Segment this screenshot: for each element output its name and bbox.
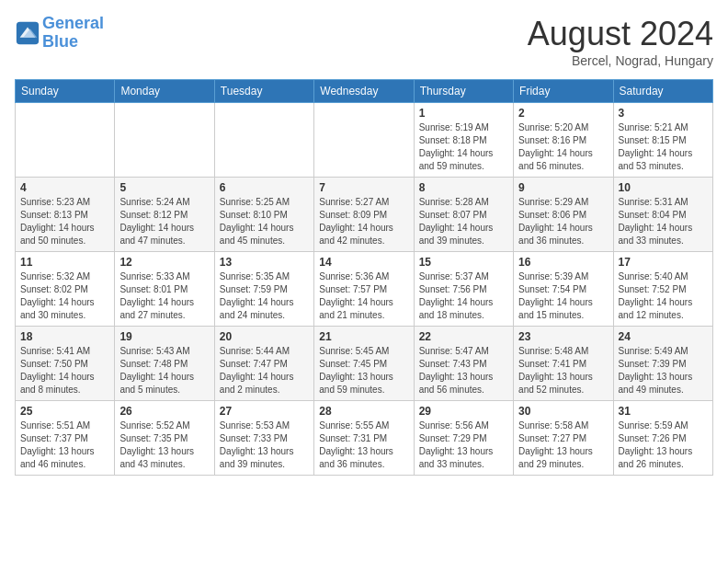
day-number: 20 (220, 330, 309, 343)
weekday-header-thursday: Thursday (414, 80, 513, 103)
calendar-cell: 16Sunrise: 5:39 AM Sunset: 7:54 PM Dayli… (514, 252, 613, 327)
weekday-row: SundayMondayTuesdayWednesdayThursdayFrid… (16, 80, 713, 103)
title-block: August 2024 Bercel, Nograd, Hungary (528, 15, 713, 68)
day-info: Sunrise: 5:20 AM Sunset: 8:16 PM Dayligh… (518, 121, 608, 173)
day-number: 9 (518, 181, 608, 194)
calendar-week-4: 18Sunrise: 5:41 AM Sunset: 7:50 PM Dayli… (16, 327, 713, 401)
day-info: Sunrise: 5:21 AM Sunset: 8:15 PM Dayligh… (619, 121, 708, 173)
location-subtitle: Bercel, Nograd, Hungary (528, 53, 713, 68)
calendar-cell: 30Sunrise: 5:58 AM Sunset: 7:27 PM Dayli… (514, 401, 613, 476)
day-info: Sunrise: 5:37 AM Sunset: 7:56 PM Dayligh… (419, 270, 508, 322)
calendar-cell: 11Sunrise: 5:32 AM Sunset: 8:02 PM Dayli… (16, 252, 115, 327)
day-info: Sunrise: 5:47 AM Sunset: 7:43 PM Dayligh… (419, 345, 508, 396)
day-info: Sunrise: 5:39 AM Sunset: 7:54 PM Dayligh… (518, 270, 608, 322)
day-number: 14 (319, 256, 408, 269)
calendar-cell: 28Sunrise: 5:55 AM Sunset: 7:31 PM Dayli… (314, 401, 414, 476)
day-number: 1 (419, 107, 508, 120)
logo: General Blue (15, 15, 104, 52)
calendar-cell: 17Sunrise: 5:40 AM Sunset: 7:52 PM Dayli… (613, 252, 712, 327)
day-info: Sunrise: 5:43 AM Sunset: 7:48 PM Dayligh… (119, 345, 209, 396)
day-number: 31 (619, 405, 708, 418)
day-number: 13 (220, 256, 309, 269)
calendar-cell: 1Sunrise: 5:19 AM Sunset: 8:18 PM Daylig… (414, 103, 513, 178)
day-number: 21 (319, 330, 408, 343)
day-number: 30 (518, 405, 608, 418)
calendar-cell (214, 103, 313, 178)
calendar-cell: 9Sunrise: 5:29 AM Sunset: 8:06 PM Daylig… (514, 178, 613, 252)
calendar-cell: 3Sunrise: 5:21 AM Sunset: 8:15 PM Daylig… (613, 103, 712, 178)
day-number: 29 (419, 405, 508, 418)
calendar-cell: 4Sunrise: 5:23 AM Sunset: 8:13 PM Daylig… (16, 178, 115, 252)
calendar-cell: 29Sunrise: 5:56 AM Sunset: 7:29 PM Dayli… (414, 401, 513, 476)
calendar-week-1: 1Sunrise: 5:19 AM Sunset: 8:18 PM Daylig… (16, 103, 713, 178)
day-number: 16 (518, 256, 608, 269)
page-header: General Blue August 2024 Bercel, Nograd,… (15, 15, 713, 68)
calendar-cell: 15Sunrise: 5:37 AM Sunset: 7:56 PM Dayli… (414, 252, 513, 327)
calendar-cell (115, 103, 214, 178)
day-info: Sunrise: 5:24 AM Sunset: 8:12 PM Dayligh… (119, 196, 209, 247)
day-info: Sunrise: 5:44 AM Sunset: 7:47 PM Dayligh… (220, 345, 309, 396)
day-number: 17 (619, 256, 708, 269)
calendar-cell: 5Sunrise: 5:24 AM Sunset: 8:12 PM Daylig… (115, 178, 214, 252)
day-number: 26 (119, 405, 209, 418)
day-number: 11 (20, 256, 109, 269)
weekday-header-monday: Monday (115, 80, 214, 103)
calendar-cell: 14Sunrise: 5:36 AM Sunset: 7:57 PM Dayli… (314, 252, 414, 327)
logo-icon (15, 20, 40, 46)
weekday-header-friday: Friday (514, 80, 613, 103)
calendar-table: SundayMondayTuesdayWednesdayThursdayFrid… (15, 79, 713, 476)
calendar-cell (314, 103, 414, 178)
calendar-cell: 27Sunrise: 5:53 AM Sunset: 7:33 PM Dayli… (214, 401, 313, 476)
day-info: Sunrise: 5:36 AM Sunset: 7:57 PM Dayligh… (319, 270, 408, 322)
day-info: Sunrise: 5:32 AM Sunset: 8:02 PM Dayligh… (20, 270, 109, 322)
weekday-header-tuesday: Tuesday (214, 80, 313, 103)
logo-line1: General (42, 14, 104, 32)
day-info: Sunrise: 5:59 AM Sunset: 7:26 PM Dayligh… (619, 419, 708, 471)
day-number: 18 (20, 330, 109, 343)
day-number: 8 (419, 181, 508, 194)
day-info: Sunrise: 5:52 AM Sunset: 7:35 PM Dayligh… (119, 419, 209, 471)
day-number: 6 (220, 181, 309, 194)
calendar-cell: 12Sunrise: 5:33 AM Sunset: 8:01 PM Dayli… (115, 252, 214, 327)
calendar-cell: 18Sunrise: 5:41 AM Sunset: 7:50 PM Dayli… (16, 327, 115, 401)
day-info: Sunrise: 5:51 AM Sunset: 7:37 PM Dayligh… (20, 419, 109, 471)
day-info: Sunrise: 5:35 AM Sunset: 7:59 PM Dayligh… (220, 270, 309, 322)
day-number: 10 (619, 181, 708, 194)
calendar-cell: 13Sunrise: 5:35 AM Sunset: 7:59 PM Dayli… (214, 252, 313, 327)
day-info: Sunrise: 5:45 AM Sunset: 7:45 PM Dayligh… (319, 345, 408, 396)
day-info: Sunrise: 5:49 AM Sunset: 7:39 PM Dayligh… (619, 345, 708, 396)
day-info: Sunrise: 5:56 AM Sunset: 7:29 PM Dayligh… (419, 419, 508, 471)
day-number: 28 (319, 405, 408, 418)
calendar-body: 1Sunrise: 5:19 AM Sunset: 8:18 PM Daylig… (16, 103, 713, 476)
weekday-header-wednesday: Wednesday (314, 80, 414, 103)
day-info: Sunrise: 5:28 AM Sunset: 8:07 PM Dayligh… (419, 196, 508, 247)
calendar-cell: 23Sunrise: 5:48 AM Sunset: 7:41 PM Dayli… (514, 327, 613, 401)
day-number: 2 (518, 107, 608, 120)
day-info: Sunrise: 5:23 AM Sunset: 8:13 PM Dayligh… (20, 196, 109, 247)
day-number: 27 (220, 405, 309, 418)
calendar-cell: 2Sunrise: 5:20 AM Sunset: 8:16 PM Daylig… (514, 103, 613, 178)
weekday-header-saturday: Saturday (613, 80, 712, 103)
day-info: Sunrise: 5:48 AM Sunset: 7:41 PM Dayligh… (518, 345, 608, 396)
calendar-cell: 31Sunrise: 5:59 AM Sunset: 7:26 PM Dayli… (613, 401, 712, 476)
calendar-header: SundayMondayTuesdayWednesdayThursdayFrid… (16, 80, 713, 103)
calendar-cell: 19Sunrise: 5:43 AM Sunset: 7:48 PM Dayli… (115, 327, 214, 401)
calendar-cell: 7Sunrise: 5:27 AM Sunset: 8:09 PM Daylig… (314, 178, 414, 252)
day-info: Sunrise: 5:33 AM Sunset: 8:01 PM Dayligh… (119, 270, 209, 322)
calendar-week-3: 11Sunrise: 5:32 AM Sunset: 8:02 PM Dayli… (16, 252, 713, 327)
calendar-cell (16, 103, 115, 178)
calendar-week-5: 25Sunrise: 5:51 AM Sunset: 7:37 PM Dayli… (16, 401, 713, 476)
day-info: Sunrise: 5:58 AM Sunset: 7:27 PM Dayligh… (518, 419, 608, 471)
logo-text: General Blue (42, 15, 104, 52)
day-number: 23 (518, 330, 608, 343)
logo-line2: Blue (42, 32, 78, 51)
day-number: 3 (619, 107, 708, 120)
day-number: 15 (419, 256, 508, 269)
day-number: 4 (20, 181, 109, 194)
day-number: 24 (619, 330, 708, 343)
day-info: Sunrise: 5:40 AM Sunset: 7:52 PM Dayligh… (619, 270, 708, 322)
calendar-cell: 26Sunrise: 5:52 AM Sunset: 7:35 PM Dayli… (115, 401, 214, 476)
calendar-cell: 22Sunrise: 5:47 AM Sunset: 7:43 PM Dayli… (414, 327, 513, 401)
calendar-cell: 20Sunrise: 5:44 AM Sunset: 7:47 PM Dayli… (214, 327, 313, 401)
day-info: Sunrise: 5:19 AM Sunset: 8:18 PM Dayligh… (419, 121, 508, 173)
